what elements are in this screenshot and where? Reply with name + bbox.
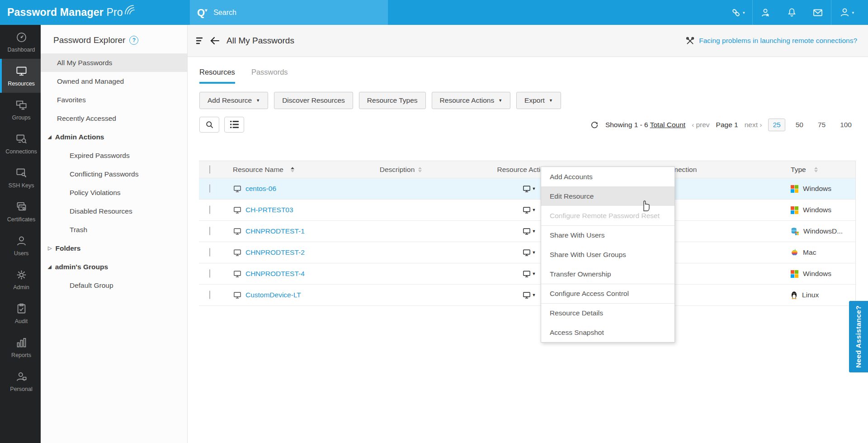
link-dropdown-icon[interactable]: ▾ <box>723 0 753 25</box>
menu-item-access-snapshot[interactable]: Access Snapshot <box>541 323 675 342</box>
prev-button[interactable]: ‹ prev <box>692 121 709 129</box>
table-row[interactable]: CustomDevice-LT ▼ Linux <box>199 285 855 306</box>
tab-resources[interactable]: Resources <box>199 68 235 84</box>
explorer-item-expired-passwords[interactable]: Expired Passwords <box>41 146 187 165</box>
table-row[interactable]: CHNPRODTEST-1 ▼ WindowsD... <box>199 221 855 242</box>
explorer-group-admin-actions[interactable]: ◢Admin Actions <box>41 128 187 146</box>
page-size-100[interactable]: 100 <box>836 119 856 131</box>
resource-link[interactable]: CustomDevice-LT <box>245 291 301 299</box>
resource-actions-menu-icon[interactable]: ▼ <box>522 248 536 257</box>
tab-passwords[interactable]: Passwords <box>251 68 288 84</box>
menu-item-resource-details[interactable]: Resource Details <box>541 303 675 323</box>
explorer-item-favorites[interactable]: Favorites <box>41 91 187 109</box>
search-scope-icon[interactable]: Q▾ <box>197 7 207 19</box>
sidebar-item-reports[interactable]: Reports <box>0 330 41 364</box>
user-star-icon[interactable] <box>753 0 779 25</box>
sidebar-item-personal[interactable]: Personal <box>0 364 41 398</box>
search-input[interactable] <box>213 9 349 17</box>
monitor-icon <box>522 270 531 278</box>
explorer-item-all-my-passwords[interactable]: All My Passwords <box>41 53 187 72</box>
explorer-group-folders[interactable]: ▷Folders <box>41 239 187 257</box>
column-header-description[interactable]: Description <box>380 166 497 174</box>
sidebar-item-resources[interactable]: Resources <box>0 59 41 93</box>
sort-icon[interactable] <box>291 167 294 172</box>
resource-link[interactable]: CHNPRODTEST-1 <box>245 227 305 235</box>
resource-link[interactable]: CHNPRODTEST-4 <box>245 270 305 278</box>
menu-item-add-accounts[interactable]: Add Accounts <box>541 167 675 186</box>
explorer-item-conflicting-passwords[interactable]: Conflicting Passwords <box>41 165 187 183</box>
next-button[interactable]: next › <box>745 121 762 129</box>
table-toolbar: Showing 1 - 6 Total Count ‹ prev Page 1 … <box>188 109 868 133</box>
add-resource-button[interactable]: Add Resource▼ <box>199 92 268 109</box>
row-checkbox[interactable] <box>209 205 210 214</box>
ssh-key-icon <box>15 167 28 179</box>
discover-resources-button[interactable]: Discover Resources <box>274 92 353 109</box>
sidebar-item-dashboard[interactable]: Dashboard <box>0 25 41 59</box>
resource-actions-button[interactable]: Resource Actions▼ <box>432 92 511 109</box>
resource-types-button[interactable]: Resource Types <box>359 92 426 109</box>
list-view-button[interactable] <box>224 117 244 133</box>
column-header-type[interactable]: Type <box>791 166 855 174</box>
page-size-75[interactable]: 75 <box>814 119 830 131</box>
refresh-icon[interactable] <box>590 120 599 129</box>
explorer-item-policy-violations[interactable]: Policy Violations <box>41 183 187 202</box>
menu-item-share-with-user-groups[interactable]: Share With User Groups <box>541 245 675 264</box>
resource-actions-menu-icon[interactable]: ▼ <box>522 270 536 278</box>
explorer-item-recently-accessed[interactable]: Recently Accessed <box>41 109 187 128</box>
help-icon[interactable]: ? <box>129 36 138 45</box>
page-size-50[interactable]: 50 <box>792 119 807 131</box>
menu-item-edit-resource[interactable]: Edit Resource <box>541 186 675 206</box>
table-row[interactable]: CHNPRODTEST-4 ▼ Windows <box>199 263 855 285</box>
table-row[interactable]: centos-06 ▼ Windows <box>199 178 855 200</box>
sidebar-item-connections[interactable]: Connections <box>0 127 41 161</box>
explorer-item-disabled-resources[interactable]: Disabled Resources <box>41 202 187 220</box>
sidebar-item-users[interactable]: Users <box>0 229 41 262</box>
select-all-checkbox[interactable] <box>209 165 210 174</box>
type-cell: Windows <box>791 185 855 193</box>
row-checkbox[interactable] <box>209 227 210 235</box>
menu-item-transfer-ownership[interactable]: Transfer Ownership <box>541 264 675 284</box>
notifications-icon[interactable] <box>779 0 805 25</box>
explorer-item-default-group[interactable]: Default Group <box>41 276 187 295</box>
explorer-item-owned-and-managed[interactable]: Owned and Managed <box>41 72 187 91</box>
row-checkbox[interactable] <box>209 184 210 193</box>
table-row[interactable]: CHNPRODTEST-2 ▼ Mac <box>199 242 855 263</box>
menu-item-configure-remote-password-reset[interactable]: Configure Remote Password Reset <box>541 206 675 225</box>
gear-icon <box>15 269 28 281</box>
menu-item-share-with-users[interactable]: Share With Users <box>541 225 675 245</box>
sort-icon[interactable] <box>814 167 818 172</box>
row-checkbox[interactable] <box>209 248 210 257</box>
search-toggle-button[interactable] <box>199 117 219 133</box>
menu-item-configure-access-control[interactable]: Configure Access Control <box>541 284 675 303</box>
export-button[interactable]: Export▼ <box>516 92 561 109</box>
collapse-menu-icon[interactable] <box>196 36 206 45</box>
sidebar-item-certificates[interactable]: Certificates <box>0 195 41 229</box>
back-arrow-icon[interactable] <box>209 36 220 45</box>
explorer-item-trash[interactable]: Trash <box>41 220 187 239</box>
resource-actions-menu-icon[interactable]: ▼ <box>522 227 536 236</box>
resource-link[interactable]: CH-PRTEST03 <box>245 206 293 214</box>
column-header-resource-name[interactable]: Resource Name <box>233 166 380 174</box>
monitor-icon <box>522 206 531 214</box>
explorer-group-admins-groups[interactable]: ◢admin's Groups <box>41 257 187 276</box>
user-menu-icon[interactable]: ▾ <box>831 0 862 25</box>
sidebar-item-audit[interactable]: Audit <box>0 296 41 330</box>
page-size-25[interactable]: 25 <box>768 119 785 131</box>
resource-link[interactable]: centos-06 <box>245 185 276 193</box>
sidebar-item-ssh-keys[interactable]: SSH Keys <box>0 161 41 195</box>
resource-actions-menu-icon[interactable]: ▼ <box>522 291 536 300</box>
resource-actions-menu-icon[interactable]: ▼ <box>522 206 536 214</box>
mail-icon[interactable] <box>805 0 831 25</box>
sidebar-item-admin[interactable]: Admin <box>0 262 41 296</box>
table-row[interactable]: CH-PRTEST03 ▼ Windows <box>199 200 855 221</box>
sidebar-item-groups[interactable]: Groups <box>0 93 41 127</box>
total-count-link[interactable]: Total Count <box>650 121 685 129</box>
resource-actions-menu-icon[interactable]: ▼ <box>522 185 536 193</box>
sort-icon[interactable] <box>418 167 422 172</box>
remote-connection-help-link[interactable]: Facing problems in launching remote conn… <box>685 36 857 46</box>
need-assistance-tab[interactable]: Need Assistance? <box>849 301 868 372</box>
row-checkbox[interactable] <box>209 269 210 278</box>
resource-link[interactable]: CHNPRODTEST-2 <box>245 248 305 257</box>
row-checkbox[interactable] <box>209 291 210 299</box>
windows-logo-icon <box>791 185 798 193</box>
